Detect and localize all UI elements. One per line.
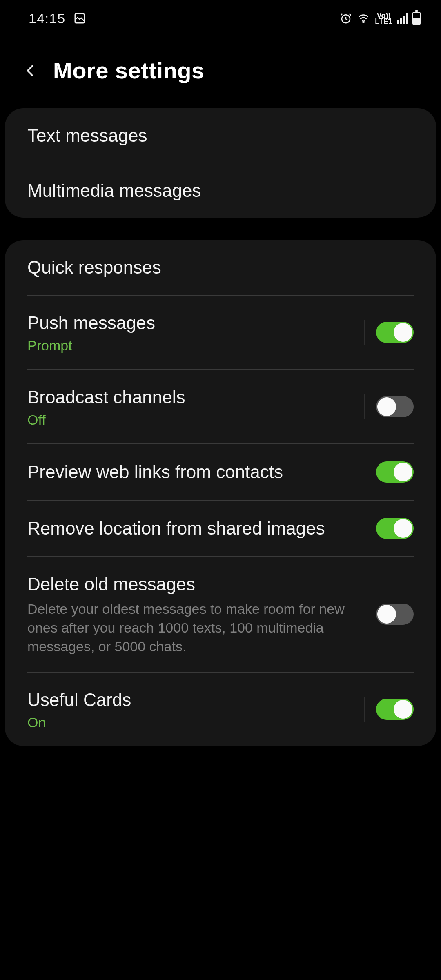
settings-group-main: Quick responses Push messages Prompt Bro… [5,240,436,746]
row-subtitle: On [27,715,352,731]
row-remove-location[interactable]: Remove location from shared images [5,501,436,556]
signal-icon [397,13,408,24]
row-preview-web-links[interactable]: Preview web links from contacts [5,444,436,500]
row-title: Push messages [27,311,352,334]
row-subtitle: Prompt [27,338,352,354]
row-title: Text messages [27,124,401,147]
row-quick-responses[interactable]: Quick responses [5,240,436,294]
status-bar: 14:15 Vo)) LTE1 [0,0,441,37]
toggle-preview-web-links[interactable] [376,461,414,483]
chevron-left-icon [23,61,38,80]
row-title: Multimedia messages [27,179,401,202]
toggle-broadcast-channels[interactable] [376,396,414,417]
row-text-messages[interactable]: Text messages [5,108,436,163]
status-time: 14:15 [29,11,65,27]
row-title: Useful Cards [27,688,352,711]
page-title: More settings [53,57,205,84]
screenshot-indicator-icon [74,12,86,24]
row-title: Broadcast channels [27,385,352,409]
row-title: Preview web links from contacts [27,460,364,483]
svg-point-2 [363,21,364,22]
row-title: Quick responses [27,256,401,279]
battery-icon [412,12,421,25]
toggle-useful-cards[interactable] [376,699,414,720]
volte-icon: Vo)) LTE1 [375,13,392,24]
row-title: Delete old messages [27,572,364,596]
row-title: Remove location from shared images [27,517,364,540]
row-subtitle: Off [27,412,352,428]
row-multimedia-messages[interactable]: Multimedia messages [5,163,436,218]
header: More settings [0,37,441,108]
toggle-delete-old-messages[interactable] [376,604,414,625]
row-broadcast-channels[interactable]: Broadcast channels Off [5,370,436,443]
toggle-push-messages[interactable] [376,322,414,343]
row-useful-cards[interactable]: Useful Cards On [5,673,436,746]
back-button[interactable] [20,60,41,81]
alarm-icon [340,12,352,24]
row-push-messages[interactable]: Push messages Prompt [5,296,436,369]
settings-group-messages: Text messages Multimedia messages [5,108,436,218]
row-subtitle: Delete your oldest messages to make room… [27,600,364,656]
toggle-remove-location[interactable] [376,518,414,539]
wifi-icon [357,12,370,24]
row-delete-old-messages[interactable]: Delete old messages Delete your oldest m… [5,557,436,672]
